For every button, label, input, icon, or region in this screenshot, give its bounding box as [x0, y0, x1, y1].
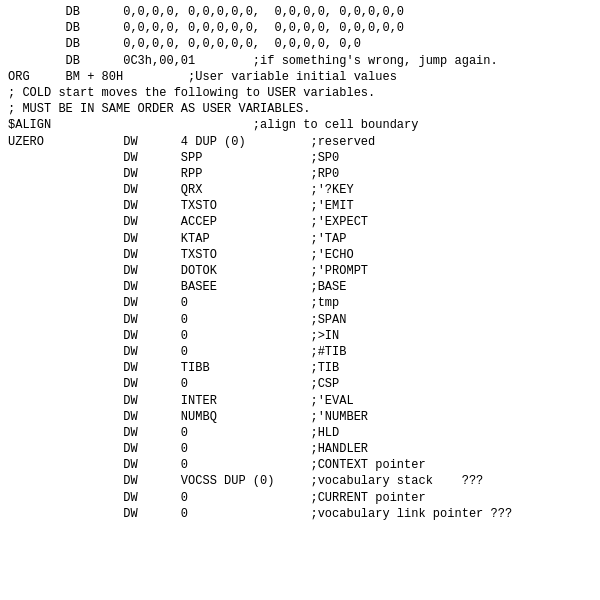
code-line: DB 0,0,0,0, 0,0,0,0,0, 0,0,0,0, 0,0,0,0,…: [8, 20, 592, 36]
code-line: UZERO DW 4 DUP (0) ;reserved: [8, 134, 592, 150]
code-line: DB 0,0,0,0, 0,0,0,0,0, 0,0,0,0, 0,0,0,0,…: [8, 4, 592, 20]
code-line: DB 0,0,0,0, 0,0,0,0,0, 0,0,0,0, 0,0: [8, 36, 592, 52]
code-editor: DB 0,0,0,0, 0,0,0,0,0, 0,0,0,0, 0,0,0,0,…: [0, 0, 600, 600]
code-line: DW 0 ;CSP: [8, 376, 592, 392]
code-line: DW TIBB ;TIB: [8, 360, 592, 376]
code-line: DB 0C3h,00,01 ;if something's wrong, jum…: [8, 53, 592, 69]
code-line: DW 0 ;tmp: [8, 295, 592, 311]
code-line: DW NUMBQ ;'NUMBER: [8, 409, 592, 425]
code-line: DW 0 ;vocabulary link pointer ???: [8, 506, 592, 522]
code-line: DW 0 ;HANDLER: [8, 441, 592, 457]
code-line: ; COLD start moves the following to USER…: [8, 85, 592, 101]
code-line: ; MUST BE IN SAME ORDER AS USER VARIABLE…: [8, 101, 592, 117]
code-line: DW KTAP ;'TAP: [8, 231, 592, 247]
code-line: DW 0 ;>IN: [8, 328, 592, 344]
code-line: DW QRX ;'?KEY: [8, 182, 592, 198]
code-line: DW RPP ;RP0: [8, 166, 592, 182]
code-line: DW 0 ;#TIB: [8, 344, 592, 360]
code-line: DW VOCSS DUP (0) ;vocabulary stack ???: [8, 473, 592, 489]
code-line: DW 0 ;HLD: [8, 425, 592, 441]
code-line: DW 0 ;CURRENT pointer: [8, 490, 592, 506]
code-line: DW BASEE ;BASE: [8, 279, 592, 295]
code-line: DW TXSTO ;'EMIT: [8, 198, 592, 214]
code-line: ORG BM + 80H ;User variable initial valu…: [8, 69, 592, 85]
code-line: DW 0 ;SPAN: [8, 312, 592, 328]
code-line: DW TXSTO ;'ECHO: [8, 247, 592, 263]
code-line: DW SPP ;SP0: [8, 150, 592, 166]
code-line: DW INTER ;'EVAL: [8, 393, 592, 409]
code-line: DW DOTOK ;'PROMPT: [8, 263, 592, 279]
code-line: DW 0 ;CONTEXT pointer: [8, 457, 592, 473]
code-line: $ALIGN ;align to cell boundary: [8, 117, 592, 133]
code-line: DW ACCEP ;'EXPECT: [8, 214, 592, 230]
